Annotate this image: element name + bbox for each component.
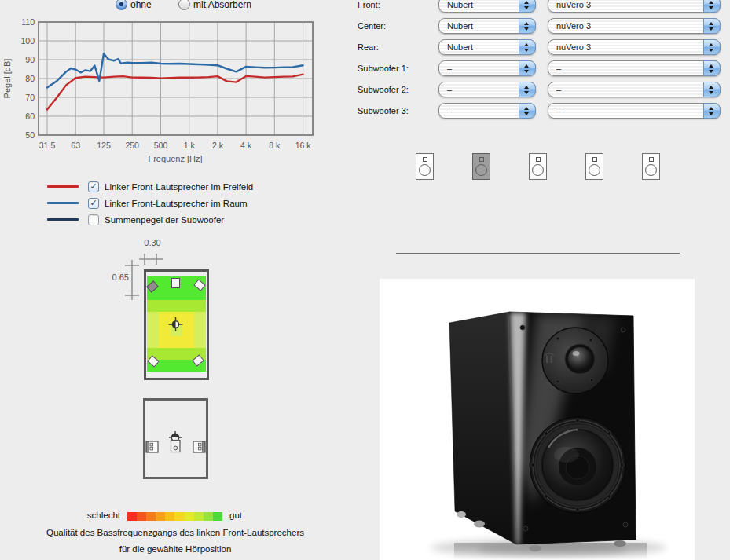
legend-item-label: Linker Front-Lautsprecher im Raum [105, 199, 248, 208]
room-front-view [118, 391, 220, 487]
svg-text:2 k: 2 k [212, 141, 224, 150]
heatmap-cell [147, 324, 159, 336]
legend-line-swatch [47, 218, 79, 221]
speaker-icon-4[interactable] [642, 153, 660, 180]
quality-scale-cell [194, 512, 204, 521]
svg-text:16 k: 16 k [295, 141, 312, 150]
heatmap-cell [182, 288, 194, 300]
tweeter-icon [592, 157, 597, 162]
woofer-icon [645, 164, 657, 176]
heatmap-cell [147, 336, 159, 348]
quality-scale-cell [165, 512, 174, 521]
frequency-response-chart: 31.5631252505001 k2 k4 k8 k16 k506070809… [0, 0, 338, 169]
woofer-icon [532, 164, 544, 176]
heatmap-cell [159, 312, 171, 324]
chart-series-0 [47, 75, 303, 110]
room-front-outline [143, 398, 208, 479]
svg-text:31.5: 31.5 [39, 141, 56, 150]
heatmap-cell [171, 288, 182, 300]
heatmap-cell [159, 324, 171, 336]
legend-checkbox-2[interactable] [88, 214, 99, 225]
scale-label-bad: schlecht [47, 511, 120, 520]
tweeter-icon [423, 157, 427, 162]
chart-series-1 [47, 53, 303, 87]
heatmap-cell [182, 348, 194, 360]
svg-text:Pegel [dB]: Pegel [dB] [2, 59, 12, 99]
svg-text:70: 70 [25, 93, 35, 102]
svg-text:100: 100 [20, 36, 35, 46]
tweeter-icon [479, 157, 484, 162]
svg-text:1 k: 1 k [184, 141, 196, 150]
heatmap-cell [171, 360, 182, 372]
heatmap-cell [171, 300, 182, 312]
svg-text:4 k: 4 k [240, 141, 252, 150]
svg-text:80: 80 [25, 74, 35, 83]
speaker-icon-3[interactable] [585, 153, 603, 180]
speaker-icon-2[interactable] [529, 153, 547, 180]
room-height-dimension: 0.65 [108, 273, 129, 282]
heatmap-cell [182, 324, 194, 336]
speaker-marker-center[interactable] [171, 278, 180, 288]
svg-text:50: 50 [25, 130, 35, 140]
heatmap-cell [147, 312, 159, 324]
legend-item-label: Linker Front-Lautsprecher im Freifeld [105, 182, 253, 192]
heatmap-cell [159, 288, 171, 300]
tweeter-icon [536, 157, 541, 162]
heatmap-cell [194, 336, 206, 348]
left-panel: ohne mit Absorbern 31.5631252505001 k2 k… [0, 0, 338, 560]
legend-checkbox-1[interactable]: ✓ [88, 198, 99, 209]
room-top-view: 0.30 0.65 [110, 238, 244, 387]
scale-label-good: gut [229, 511, 242, 520]
quality-scale-cell [185, 512, 194, 521]
legend-item-label: Summenpegel der Subwoofer [105, 215, 224, 225]
heatmap-cell [182, 300, 194, 312]
room-width-dimension: 0.30 [137, 238, 168, 247]
heatmap-cell [182, 336, 194, 348]
svg-text:8 k: 8 k [269, 141, 281, 150]
svg-text:250: 250 [125, 141, 139, 150]
heatmap-cell [159, 336, 171, 348]
quality-scale-cell [174, 512, 184, 521]
legend-row-1: ✓Linker Front-Lautsprecher im Raum [47, 195, 253, 211]
speaker-selector-row [338, 0, 730, 188]
legend-row-2: Summenpegel der Subwoofer [47, 211, 253, 228]
heatmap-cell [171, 324, 182, 336]
legend-row-0: ✓Linker Front-Lautsprecher im Freifeld [47, 178, 253, 195]
legend-line-swatch [47, 185, 79, 188]
caption-line-2: für die gewählte Hörposition [14, 541, 336, 558]
section-divider [396, 253, 680, 254]
heatmap-cell [194, 300, 206, 312]
svg-text:125: 125 [97, 141, 111, 150]
svg-text:90: 90 [25, 55, 35, 64]
speaker-icon-0[interactable] [416, 153, 434, 180]
svg-text:60: 60 [25, 112, 35, 121]
svg-text:500: 500 [154, 141, 168, 150]
quality-scale-cell [156, 512, 165, 521]
legend-line-swatch [47, 202, 79, 204]
caption-line-1: Qualität des Bassfrequenzgangs des linke… [14, 525, 336, 541]
heatmap-cell [182, 312, 194, 324]
woofer-icon [589, 164, 600, 176]
heatmap-cell [171, 348, 182, 360]
quality-scale-cell [127, 512, 137, 521]
svg-text:Frequenz [Hz]: Frequenz [Hz] [148, 154, 202, 163]
heatmap-cell [194, 312, 206, 324]
speaker-icon-1[interactable] [472, 153, 490, 180]
chart-caption: Qualität des Bassfrequenzgangs des linke… [14, 525, 336, 558]
quality-scale-cell [146, 512, 156, 521]
heatmap-cell [159, 276, 171, 288]
svg-text:63: 63 [71, 141, 80, 150]
heatmap-cell [159, 348, 171, 360]
quality-scale-cell [137, 512, 146, 521]
chart-legend: ✓Linker Front-Lautsprecher im Freifeld✓L… [47, 178, 253, 228]
tweeter-icon [649, 157, 654, 162]
svg-text:110: 110 [21, 17, 35, 27]
woofer-icon [475, 164, 487, 176]
product-image-panel [380, 279, 695, 560]
right-panel: Front:NubertnuVero 3Center:NubertnuVero … [338, 0, 730, 560]
room-outline [144, 269, 209, 380]
heatmap-cell [159, 300, 171, 312]
heatmap-cell [171, 312, 182, 324]
legend-checkbox-0[interactable]: ✓ [88, 181, 99, 192]
heatmap-cell [159, 360, 171, 372]
